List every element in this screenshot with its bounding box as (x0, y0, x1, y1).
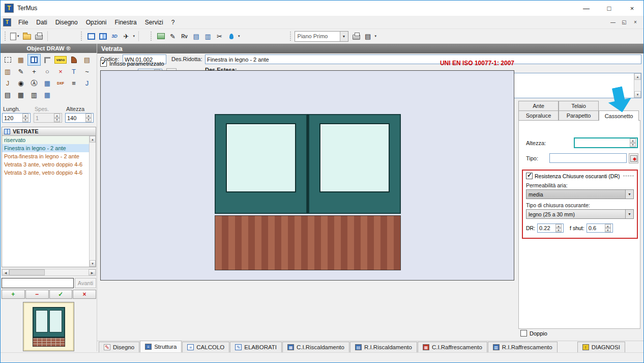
tab-elaborati[interactable]: ✎ELABORATI (230, 342, 282, 352)
tipo-chiusura-caret-icon[interactable]: ▼ (625, 210, 633, 218)
aerial-view-button[interactable]: ✈ (121, 30, 132, 42)
cassonetto-tipo-picker-button[interactable] (629, 153, 638, 163)
doppio-checkbox[interactable] (520, 330, 527, 337)
north-orientation-tool-icon[interactable]: Ⓐ (27, 77, 41, 89)
menu-disegno[interactable]: Disegno (51, 17, 82, 28)
print-layout-button[interactable] (350, 30, 362, 42)
list-vertical-scrollbar[interactable]: ▲ ▼ (89, 136, 96, 267)
view-tools-caret-icon[interactable]: ▾ (132, 34, 136, 38)
tab-ante[interactable]: Ante (518, 101, 559, 110)
select-tool-icon[interactable] (1, 54, 14, 66)
lungh-spin-icon[interactable]: ▲▼ (22, 114, 28, 122)
texture-button[interactable] (155, 30, 167, 42)
menu-file[interactable]: File (14, 17, 32, 28)
list-item-selected[interactable]: Finestra in legno - 2 ante (2, 144, 89, 152)
vetrate-list-header[interactable]: VETRATE (2, 127, 96, 136)
menu-opzioni[interactable]: Opzioni (82, 17, 111, 28)
tab-ri-raffrescamento[interactable]: ▥R.I.Raffrescamento (488, 342, 558, 352)
open-button[interactable] (21, 30, 33, 42)
hscroll-thumb[interactable] (9, 269, 45, 275)
new-document-caret-icon[interactable]: ▾ (16, 34, 20, 38)
search-input[interactable] (2, 278, 74, 288)
corner-tool-icon[interactable] (41, 54, 54, 66)
scroll-right-icon[interactable]: ▶ (89, 269, 96, 275)
mdi-restore-button[interactable]: ◱ (619, 18, 629, 26)
vano-tool-icon[interactable]: vano (54, 56, 67, 64)
scroll-left-icon[interactable]: ◀ (2, 269, 9, 275)
mdi-minimize-button[interactable]: — (608, 18, 618, 26)
hscroll-track[interactable] (9, 269, 89, 275)
close-button[interactable]: × (621, 1, 643, 16)
window-tool-icon[interactable] (27, 54, 41, 66)
ceiling-tool-icon[interactable]: ▥ (1, 66, 14, 77)
grid-a-button[interactable]: ▤ (190, 30, 202, 42)
menu-servizi[interactable]: Servizi (141, 17, 167, 28)
maximize-button[interactable]: □ (598, 1, 621, 16)
cassonetto-tipo-input[interactable] (549, 153, 627, 163)
dr-stepper[interactable]: 0.22▲▼ (537, 224, 564, 233)
boiler-tool-icon[interactable]: ▦ (14, 89, 27, 101)
dr-spin-icon[interactable]: ▲▼ (555, 224, 562, 232)
resistenza-chiusure-checkbox[interactable] (526, 173, 533, 179)
mdi-document-icon[interactable]: T (3, 18, 11, 26)
column-tool-icon[interactable]: ▥ (27, 89, 41, 101)
tipo-chiusura-select[interactable]: legno (25 a 30 mm) ▼ (526, 209, 634, 219)
des-estesa-scrollbar[interactable]: ▲ ▼ (634, 73, 641, 98)
tab-disegno[interactable]: ✎Disegno (99, 342, 139, 352)
floor-tool-icon[interactable]: ▤ (80, 54, 94, 66)
list-item[interactable]: Vetrata 3 ante, vetro doppio 4-6 (2, 169, 89, 177)
lungh-stepper[interactable]: 120▲▼ (2, 113, 31, 123)
permeabilita-caret-icon[interactable]: ▼ (625, 190, 633, 199)
scroll-down-icon[interactable]: ▼ (634, 91, 641, 98)
scroll-up-icon[interactable]: ▲ (634, 73, 641, 80)
dxf-import-tool-icon[interactable]: DXF (54, 77, 67, 89)
cassonetto-altezza-stepper[interactable]: ▲▼ (574, 137, 638, 148)
add-item-button[interactable]: + (2, 290, 25, 299)
remove-item-button[interactable]: − (25, 290, 49, 299)
beam-tool-icon[interactable]: J (80, 77, 94, 89)
layers-caret-icon[interactable]: ▾ (374, 34, 378, 38)
water-button[interactable] (225, 30, 237, 42)
frame-split-view-button[interactable] (97, 30, 109, 42)
circle-tool-icon[interactable]: ○ (41, 66, 54, 77)
curve-tool-icon[interactable]: ~ (80, 66, 94, 77)
mdi-close-button[interactable]: × (630, 18, 640, 26)
pencil-tool-icon[interactable]: ✎ (14, 66, 27, 77)
tab-sopraluce[interactable]: Sopraluce (518, 110, 559, 120)
hook-tool-icon[interactable]: J (1, 77, 14, 89)
list-item[interactable]: riservato (2, 136, 89, 144)
delete-tool-icon[interactable]: × (54, 66, 67, 77)
hatch-tool-icon[interactable]: ▦ (14, 54, 27, 66)
altezza-stepper[interactable]: 140▲▼ (65, 113, 94, 123)
snap-tool-icon[interactable]: ◉ (14, 77, 27, 89)
floor-selector-caret-icon[interactable]: ▼ (340, 32, 348, 41)
floor-selector[interactable]: Piano Primo ▼ (295, 31, 348, 42)
permeabilita-select[interactable]: media ▼ (526, 189, 634, 199)
frame-view-button[interactable] (85, 30, 97, 42)
print-button[interactable] (33, 30, 45, 42)
tab-cassonetto[interactable]: Cassonetto (599, 110, 639, 121)
new-document-button[interactable]: ▾ (9, 30, 21, 42)
menu-help[interactable]: ? (167, 17, 179, 28)
text-tool-icon[interactable]: T (67, 66, 80, 77)
altezza-spin-icon[interactable]: ▲▼ (85, 114, 92, 122)
menu-finestra[interactable]: Finestra (110, 17, 140, 28)
drawing-canvas[interactable] (100, 70, 514, 281)
tab-ci-riscaldamento[interactable]: ▦C.I.Riscaldamento (282, 342, 349, 352)
tab-struttura[interactable]: ≡Struttura (140, 341, 182, 352)
move-tool-icon[interactable]: + (27, 66, 41, 77)
fshut-stepper[interactable]: 0.6▲▼ (587, 224, 613, 233)
tab-ri-riscaldamento[interactable]: ▤R.I.Riscaldamento (350, 342, 417, 352)
list-item[interactable]: Vetrata 3 ante, vetro doppio 4-6 (2, 160, 89, 169)
grid-b-button[interactable]: ▥ (202, 30, 214, 42)
list-item[interactable]: Porta-finestra in legno - 2 ante (2, 152, 89, 160)
cancel-button[interactable]: × (73, 290, 96, 299)
draw-tools-caret-icon[interactable]: ▾ (237, 34, 241, 38)
tab-calcolo[interactable]: =CALCOLO (182, 342, 229, 352)
list-horizontal-scrollbar[interactable]: ◀ ▶ (2, 269, 96, 276)
tab-telaio[interactable]: Telaio (559, 101, 599, 110)
confirm-button[interactable]: ✓ (49, 290, 73, 299)
avanti-button[interactable]: Avanti (75, 278, 96, 288)
infisso-param-checkbox[interactable] (100, 60, 107, 67)
menu-dati[interactable]: Dati (32, 17, 51, 28)
